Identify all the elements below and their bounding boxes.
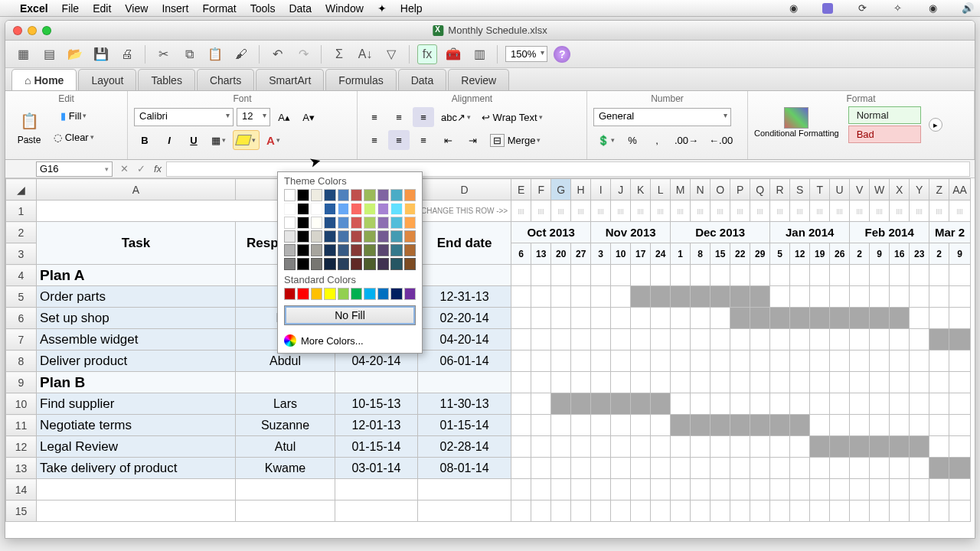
cell[interactable]	[651, 500, 671, 522]
tab-home[interactable]: ⌂Home	[11, 69, 77, 90]
gantt-cell[interactable]	[551, 436, 571, 458]
cell[interactable]: ||||	[750, 201, 770, 222]
cell[interactable]: ||||	[910, 201, 929, 222]
gantt-cell[interactable]	[929, 436, 949, 458]
decrease-decimal-icon[interactable]: ←.00	[705, 130, 737, 150]
color-swatch[interactable]	[297, 189, 309, 201]
menu-help[interactable]: Help	[400, 2, 423, 15]
task-name[interactable]: Take delivery of product	[37, 458, 236, 479]
color-swatch[interactable]	[390, 244, 402, 256]
gantt-cell[interactable]	[750, 329, 770, 350]
color-swatch[interactable]	[364, 244, 375, 256]
color-swatch[interactable]	[338, 258, 349, 270]
color-swatch[interactable]	[377, 230, 389, 243]
cell[interactable]	[691, 500, 710, 522]
cell[interactable]: ||||	[531, 201, 551, 222]
gantt-cell[interactable]	[790, 393, 810, 415]
gantt-cell[interactable]	[531, 436, 551, 458]
column-header[interactable]: O	[710, 179, 730, 201]
cell[interactable]	[810, 479, 830, 500]
column-header[interactable]: A	[37, 179, 236, 201]
end-date-cell[interactable]: 12-31-13	[418, 286, 511, 308]
gantt-cell[interactable]	[790, 415, 810, 436]
color-swatch[interactable]	[364, 258, 375, 270]
column-header[interactable]: Z	[929, 179, 949, 201]
gantt-cell[interactable]	[949, 436, 971, 458]
cell[interactable]	[611, 265, 631, 286]
gantt-cell[interactable]	[511, 415, 531, 436]
responsible-cell[interactable]: Suzanne	[236, 415, 335, 436]
menu-file[interactable]: File	[62, 2, 80, 15]
color-swatch[interactable]	[390, 217, 402, 229]
cell[interactable]	[671, 479, 691, 500]
gantt-cell[interactable]	[691, 415, 710, 436]
more-colors-button[interactable]: More Colors...	[278, 330, 422, 348]
cell[interactable]	[850, 479, 870, 500]
gantt-cell[interactable]	[710, 308, 730, 329]
gantt-cell[interactable]	[810, 350, 830, 372]
gantt-cell[interactable]	[611, 286, 631, 308]
gantt-cell[interactable]	[691, 436, 710, 458]
gantt-cell[interactable]	[810, 393, 830, 415]
gantt-cell[interactable]	[870, 393, 890, 415]
gantt-cell[interactable]	[850, 436, 870, 458]
column-header[interactable]: J	[611, 179, 631, 201]
cut-icon[interactable]: ✂	[153, 44, 173, 64]
gantt-cell[interactable]	[870, 350, 890, 372]
gantt-cell[interactable]	[830, 393, 850, 415]
color-swatch[interactable]	[284, 189, 296, 201]
gantt-cell[interactable]	[910, 393, 929, 415]
gantt-cell[interactable]	[949, 308, 971, 329]
paste-icon[interactable]: 📋	[205, 44, 225, 64]
gantt-cell[interactable]	[929, 350, 949, 372]
end-date-cell[interactable]: 11-30-13	[418, 393, 511, 415]
row-header[interactable]: 7	[6, 329, 37, 350]
sync-icon[interactable]: ✧	[891, 2, 903, 15]
new-workbook-icon[interactable]: ▦	[13, 44, 33, 64]
gantt-cell[interactable]	[511, 393, 531, 415]
increase-indent-icon[interactable]: ⇥	[462, 130, 483, 150]
gantt-cell[interactable]	[631, 329, 651, 350]
row-header[interactable]: 5	[6, 286, 37, 308]
merge-button[interactable]: ⊟ Merge	[486, 130, 544, 150]
cell[interactable]: ||||	[571, 201, 591, 222]
task-name[interactable]: Deliver product	[37, 350, 236, 372]
gantt-cell[interactable]	[949, 286, 971, 308]
gantt-cell[interactable]	[651, 350, 671, 372]
gantt-cell[interactable]	[551, 308, 571, 329]
gantt-cell[interactable]	[830, 350, 850, 372]
cell[interactable]	[750, 265, 770, 286]
menu-format[interactable]: Format	[202, 2, 236, 15]
gantt-cell[interactable]	[910, 308, 929, 329]
menu-data[interactable]: Data	[289, 2, 312, 15]
gantt-cell[interactable]	[571, 415, 591, 436]
cell[interactable]	[611, 479, 631, 500]
color-swatch[interactable]	[351, 217, 362, 229]
gantt-cell[interactable]	[551, 415, 571, 436]
gantt-cell[interactable]	[850, 350, 870, 372]
row-header[interactable]: 11	[6, 415, 37, 436]
color-swatch[interactable]	[311, 244, 322, 256]
gantt-cell[interactable]	[631, 308, 651, 329]
cell[interactable]	[850, 500, 870, 522]
gantt-cell[interactable]	[929, 458, 949, 479]
color-swatch[interactable]	[338, 288, 349, 300]
cell[interactable]	[949, 500, 971, 522]
color-swatch[interactable]	[297, 258, 309, 270]
no-fill-button[interactable]: No Fill	[284, 305, 416, 325]
gantt-cell[interactable]	[511, 286, 531, 308]
color-swatch[interactable]	[324, 258, 335, 270]
cell[interactable]	[591, 372, 611, 393]
cell[interactable]	[929, 500, 949, 522]
gantt-cell[interactable]	[671, 350, 691, 372]
gantt-cell[interactable]	[531, 458, 551, 479]
color-swatch[interactable]	[390, 189, 402, 201]
color-swatch[interactable]	[311, 288, 322, 300]
cell[interactable]	[531, 500, 551, 522]
end-date-cell[interactable]: 02-28-14	[418, 436, 511, 458]
row-header[interactable]: 2	[6, 222, 37, 243]
cell[interactable]	[830, 265, 850, 286]
undo-icon[interactable]: ↶	[267, 44, 287, 64]
gantt-cell[interactable]	[611, 308, 631, 329]
gantt-cell[interactable]	[591, 415, 611, 436]
